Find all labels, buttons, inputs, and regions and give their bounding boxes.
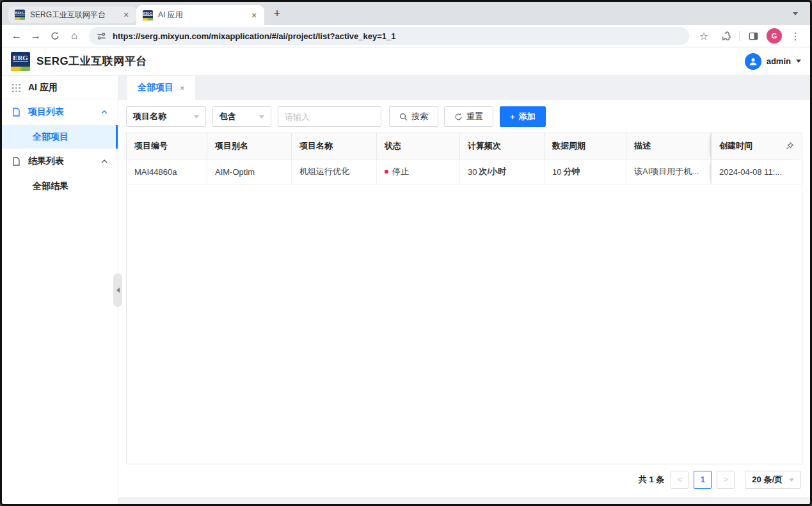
cell-name: 机组运行优化 [292, 159, 377, 184]
filter-row: 项目名称 包含 搜索 [118, 100, 810, 133]
page-tab-close-icon[interactable]: × [180, 83, 185, 93]
content-card: 项目名称 包含 搜索 [118, 100, 810, 497]
search-button-label: 搜索 [411, 111, 428, 122]
page-size-value: 20 条/页 [752, 474, 783, 486]
reload-button[interactable] [47, 28, 63, 44]
serg-logo: ERG [11, 52, 30, 71]
chevron-down-icon [194, 115, 199, 118]
table-empty-area [127, 184, 802, 464]
sidebar-app-header: AI 应用 [2, 77, 118, 99]
sidebar-item-all-projects[interactable]: 全部项目 [2, 125, 118, 149]
pagination-prev-button[interactable]: < [671, 471, 689, 489]
extensions-icon[interactable] [717, 28, 734, 44]
filter-field-value: 项目名称 [133, 111, 166, 122]
toolbar-divider [739, 31, 740, 41]
bookmark-star-icon[interactable]: ☆ [696, 28, 712, 44]
tab-search-button[interactable] [788, 6, 802, 20]
address-bar[interactable]: https://serg.mixyun.com/mixapplication/#… [89, 27, 689, 45]
url-text: https://serg.mixyun.com/mixapplication/#… [113, 31, 396, 41]
filter-operator-select[interactable]: 包含 [212, 106, 271, 127]
pagination-total: 共 1 条 [639, 474, 664, 486]
filter-operator-value: 包含 [219, 111, 236, 122]
reset-icon [454, 113, 463, 121]
cell-period: 10 分钟 [545, 159, 626, 184]
chevron-down-icon [789, 478, 794, 482]
browser-menu-icon[interactable]: ⋮ [787, 28, 804, 44]
reset-button-label: 重置 [466, 111, 483, 122]
browser-tab-ai-app[interactable]: ERG AI 应用 × [136, 5, 264, 25]
back-button[interactable]: ← [8, 28, 25, 44]
app-body: AI 应用 项目列表 全部项目 结果列表 [2, 76, 810, 504]
browser-tab-serg[interactable]: ERG SERG工业互联网平台 × [8, 6, 136, 23]
sidebar-collapse-handle[interactable] [113, 273, 122, 307]
chevron-up-icon [101, 110, 107, 114]
sidebar-app-label: AI 应用 [28, 82, 58, 94]
chevron-down-icon [259, 115, 264, 118]
status-label: 停止 [392, 166, 409, 177]
column-header-period: 数据周期 [545, 133, 626, 159]
column-header-project-no: 项目编号 [127, 133, 207, 159]
page-size-select[interactable]: 20 条/页 [745, 471, 801, 489]
browser-tab-title: AI 应用 [158, 10, 244, 20]
cell-project-no: MAI44860a [127, 159, 207, 184]
cell-description: 该AI项目用于机... [626, 159, 711, 184]
user-menu[interactable]: admin [745, 53, 801, 70]
profile-avatar[interactable]: G [767, 28, 782, 44]
sidebar-group-result-list[interactable]: 结果列表 [2, 149, 118, 174]
cell-frequency: 30 次/小时 [460, 159, 545, 184]
filter-value-input[interactable] [278, 106, 381, 127]
browser-tab-strip: ERG SERG工业互联网平台 × ERG AI 应用 × + [2, 2, 810, 25]
projects-table: 项目编号 项目别名 项目名称 状态 计算频次 数据周期 描述 创建时间 [126, 133, 802, 464]
toolbar-actions: ☆ G ⋮ [696, 28, 804, 44]
pin-icon[interactable] [785, 142, 794, 151]
page-tab-bar: 全部项目 × [118, 76, 810, 100]
tab-close-icon[interactable]: × [121, 10, 131, 20]
sidebar-group-project-list[interactable]: 项目列表 [2, 99, 118, 125]
side-panel-icon[interactable] [745, 28, 761, 44]
search-icon [399, 113, 408, 121]
app-header: ERG SERG工业互联网平台 admin [2, 47, 810, 76]
search-button[interactable]: 搜索 [389, 106, 438, 127]
period-value: 10 [552, 167, 561, 177]
page-tab-all-projects[interactable]: 全部项目 × [127, 76, 195, 100]
add-button[interactable]: + 添加 [500, 106, 546, 127]
cell-alias: AIM-Optim [207, 159, 292, 184]
frequency-unit: 次/小时 [479, 166, 506, 177]
table-row[interactable]: MAI44860a AIM-Optim 机组运行优化 停止 30 次/小时 10 [127, 159, 802, 184]
sidebar-item-label: 全部结果 [33, 181, 68, 192]
forward-button[interactable]: → [28, 28, 44, 44]
column-header-created: 创建时间 [711, 133, 802, 159]
sidebar-group-label: 项目列表 [28, 106, 64, 118]
reload-icon [51, 31, 60, 40]
main-content: 全部项目 × 项目名称 包含 [118, 76, 810, 504]
add-button-label: 添加 [519, 111, 536, 122]
page-tab-label: 全部项目 [138, 82, 173, 94]
reset-button[interactable]: 重置 [444, 106, 493, 127]
table-header-row: 项目编号 项目别名 项目名称 状态 计算频次 数据周期 描述 创建时间 [127, 133, 802, 159]
browser-tab-title: SERG工业互联网平台 [30, 10, 116, 20]
site-settings-icon [97, 31, 106, 41]
app-title: SERG工业互联网平台 [36, 54, 147, 69]
sidebar-group-label: 结果列表 [28, 156, 64, 167]
new-tab-button[interactable]: + [268, 4, 286, 22]
status-stopped-dot [385, 170, 388, 174]
chevron-up-icon [101, 159, 107, 163]
filter-field-select[interactable]: 项目名称 [126, 106, 206, 127]
serg-favicon-icon: ERG [143, 10, 153, 20]
document-icon [12, 157, 20, 166]
sidebar-item-all-results[interactable]: 全部结果 [2, 174, 118, 198]
plus-icon: + [510, 112, 515, 122]
browser-toolbar: ← → ⌂ https://serg.mixyun.com/mixapplica… [2, 25, 810, 47]
user-avatar-icon [745, 53, 761, 70]
home-button[interactable]: ⌂ [66, 28, 83, 44]
pagination-page-1[interactable]: 1 [694, 471, 712, 489]
username-label: admin [767, 56, 791, 66]
caret-down-icon [796, 60, 801, 63]
tab-close-icon[interactable]: × [249, 10, 259, 20]
document-icon [12, 108, 20, 117]
sidebar: AI 应用 项目列表 全部项目 结果列表 [2, 76, 118, 504]
browser-window: ERG SERG工业互联网平台 × ERG AI 应用 × + ← → ⌂ [0, 0, 812, 506]
pagination-next-button[interactable]: > [717, 471, 735, 489]
collapse-arrow-icon [116, 288, 120, 293]
column-header-frequency: 计算频次 [460, 133, 545, 159]
